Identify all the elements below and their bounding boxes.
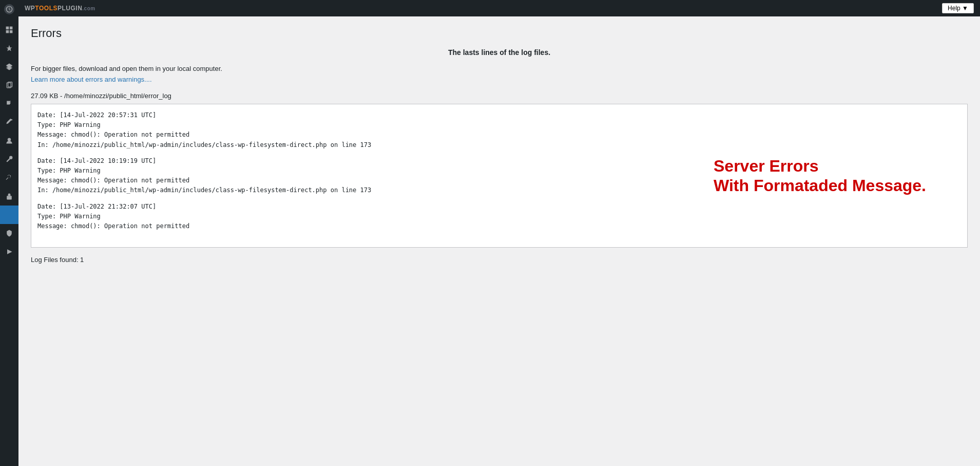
topbar: WPTOOLSPLUGIN.com Help ▼ — [18, 0, 980, 16]
description-block: For bigger files, download and open them… — [31, 65, 968, 84]
log-location-2: In: /home/minozzi/public_html/wp-admin/i… — [37, 185, 961, 195]
log-type-3: Type: PHP Warning — [37, 212, 961, 221]
log-message-3: Message: chmod(): Operation not permitte… — [37, 221, 961, 231]
log-entry-3: Date: [13-Jul-2022 21:32:07 UTC] Type: P… — [37, 202, 961, 232]
svg-rect-4 — [10, 30, 13, 33]
user-icon[interactable] — [0, 132, 18, 150]
log-message-1: Message: chmod(): Operation not permitte… — [37, 130, 961, 140]
shield-icon[interactable] — [0, 224, 18, 243]
log-date-2: Date: [14-Jul-2022 10:19:19 UTC] — [37, 156, 961, 166]
svg-rect-2 — [10, 27, 13, 30]
log-message-2: Message: chmod(): Operation not permitte… — [37, 176, 961, 185]
brand-wp: WP — [25, 5, 35, 12]
description-text: For bigger files, download and open them… — [31, 65, 968, 72]
brand-tools: TOOLS — [35, 5, 57, 12]
learn-more-link[interactable]: Learn more about errors and warnings.... — [31, 76, 152, 83]
flag-icon[interactable] — [0, 95, 18, 113]
play-icon[interactable] — [0, 243, 18, 261]
brand: WPTOOLSPLUGIN.com — [25, 5, 95, 12]
log-type-1: Type: PHP Warning — [37, 120, 961, 130]
logo-circle — [4, 4, 14, 14]
svg-rect-8 — [7, 196, 12, 199]
main-wrapper: WPTOOLSPLUGIN.com Help ▼ Errors The last… — [18, 0, 980, 466]
file-info: 27.09 KB - /home/minozzi/public_html/err… — [31, 92, 968, 100]
current-tool-icon[interactable] — [0, 206, 18, 224]
tools-alt-icon[interactable] — [0, 169, 18, 187]
lock-icon[interactable] — [0, 187, 18, 206]
brand-com: .com — [82, 6, 95, 11]
dashboard-icon[interactable] — [0, 21, 18, 39]
brand-plugin: PLUGIN — [57, 5, 82, 12]
sidebar — [0, 0, 18, 466]
svg-rect-3 — [6, 30, 9, 33]
log-entry-2: Date: [14-Jul-2022 10:19:19 UTC] Type: P… — [37, 156, 961, 196]
subtitle: The lasts lines of the log files. — [31, 48, 968, 57]
log-date-3: Date: [13-Jul-2022 21:32:07 UTC] — [37, 202, 961, 212]
wrench-icon[interactable] — [0, 150, 18, 169]
copy-icon[interactable] — [0, 76, 18, 95]
log-location-1: In: /home/minozzi/public_html/wp-admin/i… — [37, 140, 961, 150]
svg-point-7 — [8, 138, 11, 141]
page-title: Errors — [31, 27, 968, 40]
layers-icon[interactable] — [0, 58, 18, 76]
svg-rect-1 — [6, 27, 9, 30]
log-files-found: Log Files found: 1 — [31, 256, 968, 264]
edit-icon[interactable] — [0, 113, 18, 132]
log-type-2: Type: PHP Warning — [37, 166, 961, 176]
log-entry-1: Date: [14-Jul-2022 20:57:31 UTC] Type: P… — [37, 110, 961, 150]
log-date-1: Date: [14-Jul-2022 20:57:31 UTC] — [37, 110, 961, 120]
log-container[interactable]: Date: [14-Jul-2022 20:57:31 UTC] Type: P… — [31, 104, 968, 248]
sidebar-logo — [0, 0, 18, 18]
content-area: Errors The lasts lines of the log files.… — [18, 16, 980, 466]
pin-icon[interactable] — [0, 39, 18, 58]
help-button[interactable]: Help ▼ — [942, 3, 974, 13]
